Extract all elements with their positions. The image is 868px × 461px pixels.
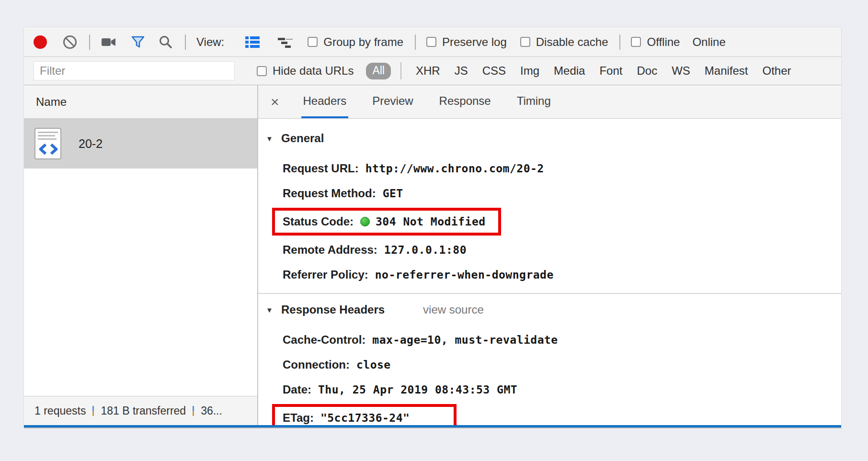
header-row-connection: Connection: close [266, 352, 841, 377]
filter-type-xhr[interactable]: XHR [416, 64, 440, 78]
offline-checkbox[interactable] [631, 37, 641, 47]
disable-cache-label[interactable]: Disable cache [536, 35, 608, 49]
hide-data-urls-checkbox[interactable] [257, 66, 267, 76]
tab-response[interactable]: Response [437, 85, 493, 118]
hide-data-urls-label[interactable]: Hide data URLs [273, 64, 354, 78]
clear-icon[interactable] [62, 34, 78, 50]
summary-divider [193, 406, 194, 416]
view-source-link[interactable]: view source [423, 303, 484, 316]
toolbar-divider [415, 34, 416, 50]
waterfall-view-icon[interactable] [277, 35, 294, 49]
header-row-etag: ETag: "5cc17336-24" [266, 402, 841, 425]
disable-cache-checkbox[interactable] [520, 37, 530, 47]
status-green-dot-icon [360, 217, 370, 226]
preserve-log-checkbox[interactable] [426, 37, 436, 47]
group-by-frame-checkbox[interactable] [308, 37, 318, 47]
screenshot-camera-icon[interactable] [101, 35, 117, 49]
summary-more: 36... [201, 405, 222, 417]
tab-headers[interactable]: Headers [301, 85, 349, 118]
header-row-referrer-policy: Referrer Policy: no-referrer-when-downgr… [266, 262, 841, 287]
name-column-header[interactable]: Name [24, 85, 257, 119]
toolbar-divider [89, 34, 90, 50]
summary-divider [92, 406, 94, 416]
filter-type-other[interactable]: Other [763, 64, 791, 78]
tab-timing[interactable]: Timing [515, 85, 553, 118]
network-main: Name 20-2 1 requests 181 B transferred [24, 85, 841, 425]
section-title: General [281, 132, 324, 145]
section-response-headers-header[interactable]: ▼ Response Headers view source [266, 299, 841, 321]
header-row-status-code: Status Code: 304 Not Modified [266, 206, 841, 237]
section-title: Response Headers [281, 303, 385, 316]
filter-funnel-icon[interactable] [130, 34, 146, 50]
filter-bar: Hide data URLs All XHR JS CSS Img Media … [24, 57, 841, 85]
header-row-cache-control: Cache-Control: max-age=10, must-revalida… [266, 327, 841, 352]
filter-type-img[interactable]: Img [520, 64, 539, 78]
header-row-remote-address: Remote Address: 127.0.0.1:80 [266, 237, 841, 262]
tab-preview[interactable]: Preview [370, 85, 415, 118]
collapse-triangle-icon: ▼ [266, 306, 275, 314]
devtools-window: View: Group by frame Preserve log [24, 27, 841, 427]
header-row-request-method: Request Method: GET [266, 181, 841, 206]
filter-type-all[interactable]: All [366, 63, 391, 79]
network-summary-bar: 1 requests 181 B transferred 36... [24, 396, 257, 425]
filter-input[interactable] [34, 61, 235, 80]
toolbar-divider [185, 34, 186, 50]
requests-empty-area [24, 169, 257, 396]
search-icon[interactable] [158, 34, 173, 50]
filter-divider [400, 62, 401, 79]
section-general-header[interactable]: ▼ General [266, 127, 841, 149]
details-tabbar: × Headers Preview Response Timing [258, 85, 841, 119]
transferred-size: 181 B transferred [101, 405, 186, 417]
filter-type-ws[interactable]: WS [672, 64, 690, 78]
toolbar-divider [619, 34, 620, 50]
filter-type-js[interactable]: JS [455, 64, 468, 78]
request-row[interactable]: 20-2 [24, 119, 257, 169]
list-view-icon[interactable] [244, 35, 261, 49]
record-button[interactable] [33, 34, 48, 50]
collapse-triangle-icon: ▼ [266, 135, 275, 143]
throttling-online-select[interactable]: Online [692, 35, 725, 49]
annotation-red-box: ETag: "5cc17336-24" [272, 404, 457, 425]
requests-count: 1 requests [34, 405, 86, 417]
request-name: 20-2 [79, 137, 103, 151]
filter-type-manifest[interactable]: Manifest [705, 64, 748, 78]
header-row-date: Date: Thu, 25 Apr 2019 08:43:53 GMT [266, 377, 841, 402]
offline-label[interactable]: Offline [647, 35, 680, 49]
filter-type-css[interactable]: CSS [482, 64, 506, 78]
preserve-log-label[interactable]: Preserve log [442, 35, 507, 49]
header-row-request-url: Request URL: http://www.chrono.com/20-2 [266, 156, 841, 181]
details-panel: × Headers Preview Response Timing ▼ Gene… [258, 85, 841, 425]
section-divider [258, 293, 841, 294]
annotation-red-box: Status Code: 304 Not Modified [272, 208, 501, 236]
close-icon[interactable]: × [271, 95, 279, 109]
headers-content: ▼ General Request URL: http://www.chrono… [258, 119, 841, 425]
document-icon [34, 128, 61, 159]
requests-panel: Name 20-2 1 requests 181 B transferred [24, 85, 258, 425]
view-label: View: [196, 35, 224, 49]
filter-type-doc[interactable]: Doc [637, 64, 657, 78]
group-by-frame-label[interactable]: Group by frame [323, 35, 403, 49]
filter-type-font[interactable]: Font [599, 64, 622, 78]
filter-type-media[interactable]: Media [554, 64, 585, 78]
network-toolbar: View: Group by frame Preserve log [24, 27, 841, 57]
